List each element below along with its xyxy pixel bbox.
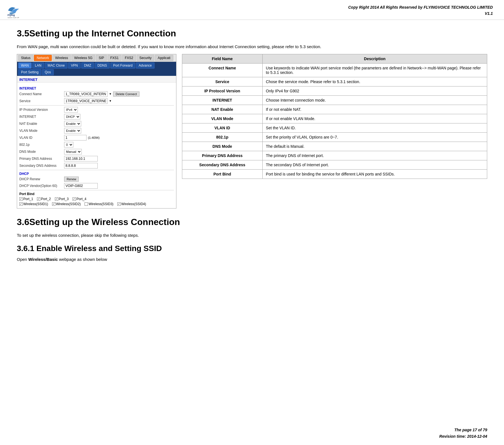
port3-checkbox[interactable]: ✓	[55, 197, 58, 201]
dot1p-row: 802.1p 0	[19, 142, 174, 147]
vlan-id-input[interactable]	[64, 135, 87, 140]
intro-pre: Open	[17, 257, 28, 262]
port3-label: Port_3	[59, 197, 69, 201]
table-row: INTERNETChoose Internet connection mode.	[182, 95, 487, 105]
internet-row: INTERNET DHCP	[19, 114, 174, 120]
secondary-dns-input[interactable]	[64, 163, 98, 168]
dhcp-vendor-input[interactable]	[64, 183, 98, 189]
info-table: Field Name Description Connect NameUse k…	[182, 54, 487, 179]
connect-name-input[interactable]	[64, 91, 108, 97]
table-field-cell: 802.1p	[182, 132, 263, 142]
port1-checkbox[interactable]: ✓	[19, 197, 23, 201]
dropdown-arrow: ▼	[109, 92, 112, 95]
dhcp-section-label: DHCP	[19, 172, 174, 176]
sub-nav-port-forward[interactable]: Port Forward	[110, 62, 135, 69]
secondary-dns-control	[64, 163, 98, 168]
table-field-cell: VLAN ID	[182, 123, 263, 132]
ip-protocol-label: IP Protocol Version	[19, 108, 64, 112]
flyingvoice-logo: Flying Voice over IP	[6, 3, 25, 18]
internet-form-label: INTERNET	[19, 86, 174, 90]
ssid1-label: Wireless(SSID1)	[23, 202, 48, 206]
primary-dns-row: Primary DNS Address	[19, 156, 174, 161]
ssid4-label: Wireless(SSID4)	[121, 202, 146, 206]
ssid3-checkbox-item: Wireless(SSID3)	[85, 202, 113, 206]
table-field-cell: DNS Mode	[182, 142, 263, 151]
sub-nav-port-setting[interactable]: Port Setting	[18, 69, 41, 75]
nav-tab-wireless5g[interactable]: Wireless 5G	[71, 55, 95, 61]
section35-heading: 3.5Setting up the Internet Connection	[17, 28, 487, 39]
ip-protocol-select[interactable]: IPv4	[64, 107, 78, 113]
footer-page: The page 17 of 79	[439, 427, 487, 433]
sub-nav-wan[interactable]: WAN	[18, 62, 32, 69]
internet-select[interactable]: DHCP	[64, 114, 80, 120]
dot1p-label: 802.1p	[19, 143, 64, 147]
sub-nav-dmz[interactable]: DMZ	[81, 62, 94, 69]
connect-name-label: Connect Name	[19, 92, 64, 96]
main-content: 3.5Setting up the Internet Connection Fr…	[0, 20, 504, 271]
section36-heading: 3.6Setting up the Wireless Connection	[17, 217, 487, 227]
service-input[interactable]	[64, 98, 108, 104]
port4-checkbox[interactable]: ✓	[73, 197, 76, 201]
renew-button[interactable]: Renew	[64, 177, 79, 182]
dhcp-vendor-label: DHCP Vendor(Option 60)	[19, 184, 64, 188]
vlan-mode-select[interactable]: Enable	[64, 128, 81, 134]
table-desc-cell: Set the priority of VLAN, Options are 0~…	[262, 132, 487, 142]
ssid2-checkbox[interactable]: ✓	[52, 202, 55, 206]
ssid4-checkbox[interactable]: ✓	[117, 202, 121, 206]
screenshot-mockup: Status Network Wireless Wireless 5G SIP …	[17, 54, 176, 209]
primary-dns-label: Primary DNS Address	[19, 157, 64, 161]
sub-nav-advance[interactable]: Advance	[136, 62, 155, 69]
vlan-mode-row: VLAN Mode Enable	[19, 128, 174, 134]
delete-connect-button[interactable]: Delete Connect	[113, 92, 139, 97]
vlan-mode-label: VLAN Mode	[19, 129, 64, 133]
ip-protocol-row: IP Protocol Version IPv4	[19, 107, 174, 113]
dns-mode-select[interactable]: Manual	[64, 149, 82, 154]
nav-tab-fxs1[interactable]: FXS1	[108, 55, 122, 61]
sub-nav-bar: WAN LAN MAC Clone VPN DMZ DDNS Port Forw…	[17, 62, 176, 76]
port1-checkbox-item: ✓ Port_1	[19, 197, 33, 201]
primary-dns-input[interactable]	[64, 156, 98, 161]
two-col-layout: Status Network Wireless Wireless 5G SIP …	[17, 54, 487, 209]
nav-tab-fxs2[interactable]: FXS2	[122, 55, 136, 61]
nav-tab-network[interactable]: Network	[34, 55, 52, 61]
table-desc-cell: Only IPv4 for G902	[262, 86, 487, 95]
sub-nav-qos[interactable]: Qos	[42, 69, 54, 75]
nat-enable-label: NAT Enable	[19, 122, 64, 126]
table-desc-cell: If or not enable NAT.	[262, 105, 487, 114]
port-bind-row2: ✓ Wireless(SSID1) ✓ Wireless(SSID2) Wire…	[19, 202, 174, 206]
table-field-cell: Secondary DNS Address	[182, 160, 263, 169]
nav-tab-sip[interactable]: SIP	[96, 55, 107, 61]
port3-checkbox-item: ✓ Port_3	[55, 197, 69, 201]
dns-mode-label: DNS Mode	[19, 150, 64, 154]
sub-nav-lan[interactable]: LAN	[32, 62, 44, 69]
ssid4-checkbox-item: ✓ Wireless(SSID4)	[117, 202, 146, 206]
nav-tab-wireless[interactable]: Wireless	[52, 55, 71, 61]
primary-dns-control	[64, 156, 98, 161]
table-field-cell: IP Protocol Version	[182, 86, 263, 95]
svg-text:Voice over IP: Voice over IP	[8, 17, 19, 18]
nav-tab-applicati[interactable]: Applicati	[155, 55, 173, 61]
dot1p-select[interactable]: 0	[64, 142, 73, 147]
sub-nav-ddns[interactable]: DDNS	[95, 62, 110, 69]
dns-mode-row: DNS Mode Manual	[19, 149, 174, 154]
ssid1-checkbox[interactable]: ✓	[19, 202, 23, 206]
port-bind-label: Port Bind	[19, 192, 174, 196]
table-desc-cell: If or not enable VLAN Mode.	[262, 114, 487, 123]
dns-mode-control: Manual	[64, 149, 82, 154]
table-field-cell: VLAN Mode	[182, 114, 263, 123]
form-area: INTERNET Connect Name ▼ Delete Connect S…	[17, 83, 176, 208]
table-row: Primary DNS AddressThe primary DNS of In…	[182, 151, 487, 160]
table-row: NAT EnableIf or not enable NAT.	[182, 105, 487, 114]
page-header: Flying Voice over IP Copy Right 2014 All…	[0, 0, 504, 20]
port2-checkbox[interactable]: ✓	[37, 197, 40, 201]
nat-enable-select[interactable]: Enable	[64, 121, 81, 127]
sub-nav-mac-clone[interactable]: MAC Clone	[45, 62, 67, 69]
nav-tab-security[interactable]: Security	[137, 55, 154, 61]
table-desc-cell: Chose the service mode. Please refer to …	[262, 77, 487, 86]
table-row: DNS ModeThe default is Manual.	[182, 142, 487, 151]
ssid3-checkbox[interactable]	[85, 202, 88, 206]
nav-tab-status[interactable]: Status	[18, 55, 33, 61]
table-desc-cell: The primary DNS of Internet port.	[262, 151, 487, 160]
table-row: IP Protocol VersionOnly IPv4 for G902	[182, 86, 487, 95]
sub-nav-vpn[interactable]: VPN	[68, 62, 81, 69]
